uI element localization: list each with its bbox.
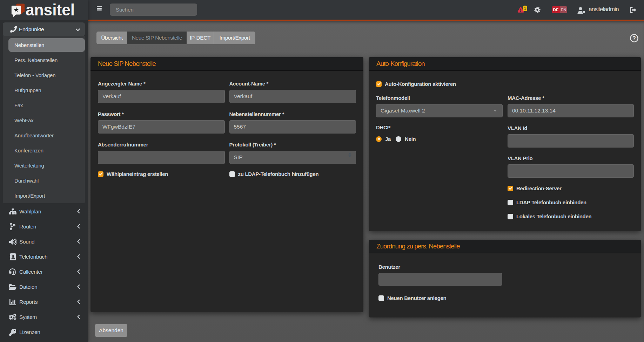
svg-text:ansitel: ansitel bbox=[26, 1, 75, 19]
svg-text:?: ? bbox=[632, 35, 636, 41]
